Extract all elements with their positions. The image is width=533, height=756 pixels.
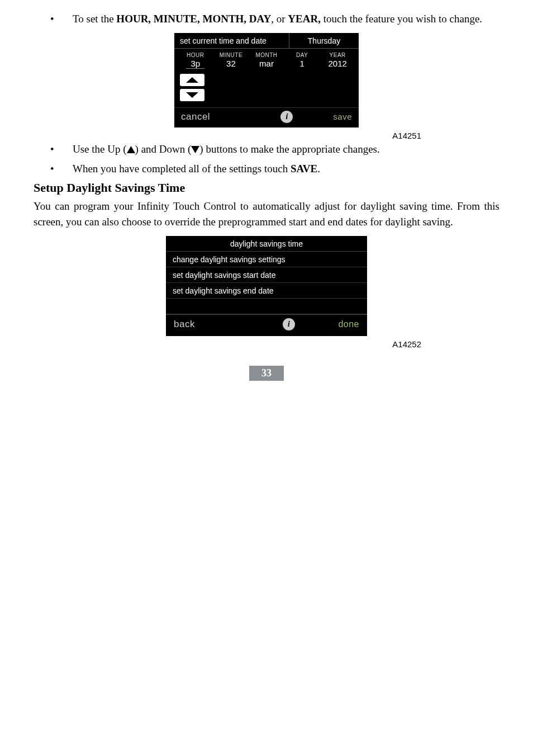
month-label: MONTH [249,52,284,58]
minute-column[interactable]: MINUTE 32 [213,52,249,69]
text: SAVE [291,163,317,174]
menu-change-settings[interactable]: change daylight savings settings [166,252,367,267]
svg-marker-0 [186,77,198,83]
down-arrow-button[interactable] [180,89,204,101]
hour-value: 3p [186,58,204,69]
minute-label: MINUTE [213,52,249,58]
bullet-touch-save: When you have completed all of the setti… [34,161,499,177]
section-body: You can program your Infinity Touch Cont… [34,199,499,230]
text: ) buttons to make the appropriate change… [199,143,379,155]
menu-end-date[interactable]: set daylight savings end date [166,283,367,299]
text: To set the [73,13,116,25]
text: , or [271,13,288,25]
screen-set-time: set current time and date Thursday HOUR … [174,33,359,127]
info-icon: i [283,318,295,330]
figure-caption-2: A14252 [34,339,499,349]
svg-marker-2 [127,146,135,153]
info-icon: i [280,111,293,123]
hour-label: HOUR [178,52,213,58]
menu-start-date[interactable]: set daylight savings start date [166,267,367,283]
text: When you have completed all of the setti… [73,163,291,174]
section-heading: Setup Daylight Savings Time [34,181,499,195]
save-button[interactable]: save [333,112,352,121]
up-triangle-icon [127,142,135,158]
page-number: 33 [249,366,284,381]
screen-title: daylight savings time [166,236,367,252]
text: Use the Up ( [73,143,127,155]
svg-marker-3 [191,146,199,153]
info-button[interactable]: i [251,111,333,123]
up-arrow-icon [185,77,199,83]
bullet-use-arrows: Use the Up () and Down () buttons to mak… [34,141,499,158]
up-arrow-button[interactable] [180,74,204,86]
text: . [317,163,320,174]
day-value: 1 [284,58,320,68]
day-column[interactable]: DAY 1 [284,52,320,69]
menu-blank [166,299,367,314]
text: touch the feature you wish to change. [321,13,482,25]
hour-column[interactable]: HOUR 3p [178,52,213,69]
figure-caption-1: A14251 [34,131,499,140]
info-button[interactable]: i [250,318,338,330]
year-value: 2012 [320,58,355,68]
bullet-set-time: To set the HOUR, MINUTE, MONTH, DAY, or … [34,11,499,27]
minute-value: 32 [213,58,249,68]
day-label: DAY [284,52,320,58]
figure-set-time: set current time and date Thursday HOUR … [34,33,499,127]
done-button[interactable]: done [338,319,359,329]
month-column[interactable]: MONTH mar [249,52,284,69]
back-button[interactable]: back [174,319,250,330]
weekday-label: Thursday [289,33,359,49]
screen-title: set current time and date [174,33,289,49]
down-triangle-icon [191,142,199,158]
text: YEAR, [288,13,321,25]
cancel-button[interactable]: cancel [181,111,251,122]
down-arrow-icon [185,92,199,98]
text: ) and Down ( [135,143,192,155]
text: HOUR, MINUTE, MONTH, DAY [116,13,271,25]
screen-dst: daylight savings time change daylight sa… [166,236,367,336]
figure-dst: daylight savings time change daylight sa… [34,236,499,336]
svg-marker-1 [186,92,198,98]
year-column[interactable]: YEAR 2012 [320,52,355,69]
month-value: mar [249,58,284,68]
year-label: YEAR [320,52,355,58]
